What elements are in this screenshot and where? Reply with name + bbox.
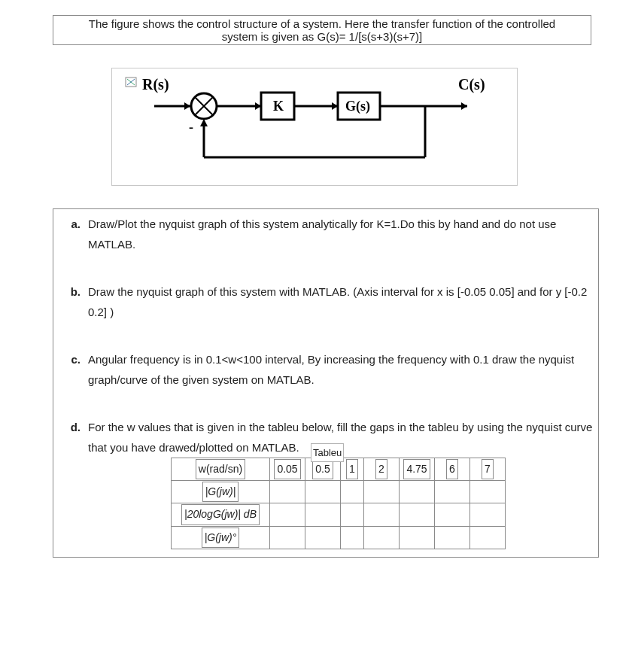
questions-box: a. Draw/Plot the nyquist graph of this s…	[53, 208, 599, 558]
G-label: G(s)	[345, 99, 370, 114]
svg-marker-15	[461, 102, 467, 110]
control-diagram-svg: R(s) - K G(s) C(s)	[120, 74, 496, 172]
table-row: |G(jw)°	[172, 526, 506, 549]
q-c-text: Angular frequency is in 0.1<w<100 interv…	[88, 349, 595, 390]
q-a-text: Draw/Plot the nyquist graph of this syst…	[88, 214, 595, 254]
w-val: 1	[346, 459, 358, 479]
svg-marker-4	[184, 102, 190, 110]
R-label: R(s)	[142, 76, 169, 93]
problem-statement-box: The figure shows the control structure o…	[53, 15, 591, 45]
row1-header: w(rad/sn)	[196, 459, 245, 479]
header-line1: The figure shows the control structure o…	[56, 17, 588, 30]
q-a-label: a.	[56, 214, 88, 254]
C-label: C(s)	[458, 76, 485, 93]
minus-sign: -	[189, 120, 193, 135]
q-b-label: b.	[56, 281, 88, 322]
K-label: K	[273, 99, 284, 114]
tableu-caption: Tableu	[311, 443, 344, 462]
header-line2: system is given as G(s)= 1/[s(s+3)(s+7)]	[56, 30, 588, 43]
w-val: 7	[482, 459, 494, 479]
q-b-text: Draw the nyquist graph of this system wi…	[88, 281, 595, 322]
question-c: c. Angular frequency is in 0.1<w<100 int…	[56, 349, 595, 390]
w-val: 4.75	[403, 459, 430, 479]
w-val: 6	[446, 459, 458, 479]
row3-header: |20logG(jw)| dB	[181, 504, 260, 525]
table-row: |G(jw)|	[172, 481, 506, 503]
row4-header: |G(jw)°	[202, 528, 240, 548]
question-d: d. For the w values that is given in the…	[56, 417, 595, 549]
question-b: b. Draw the nyquist graph of this system…	[56, 281, 595, 322]
row2-header: |G(jw)|	[202, 482, 239, 502]
question-a: a. Draw/Plot the nyquist graph of this s…	[56, 214, 595, 254]
table-row: |20logG(jw)| dB	[172, 503, 506, 526]
w-val: 2	[375, 459, 387, 479]
svg-marker-19	[200, 119, 208, 126]
tableu-table: w(rad/sn) 0.05 0.5 1 2 4.75 6 7 |G(jw)|	[171, 458, 506, 549]
w-val: 0.05	[274, 459, 300, 479]
tableu-container: Tableu w(rad/sn) 0.05 0.5 1 2 4.75 6 7 |…	[88, 458, 595, 549]
block-diagram: R(s) - K G(s) C(s)	[111, 68, 518, 186]
q-c-label: c.	[56, 349, 88, 390]
q-d-label: d.	[56, 417, 88, 549]
